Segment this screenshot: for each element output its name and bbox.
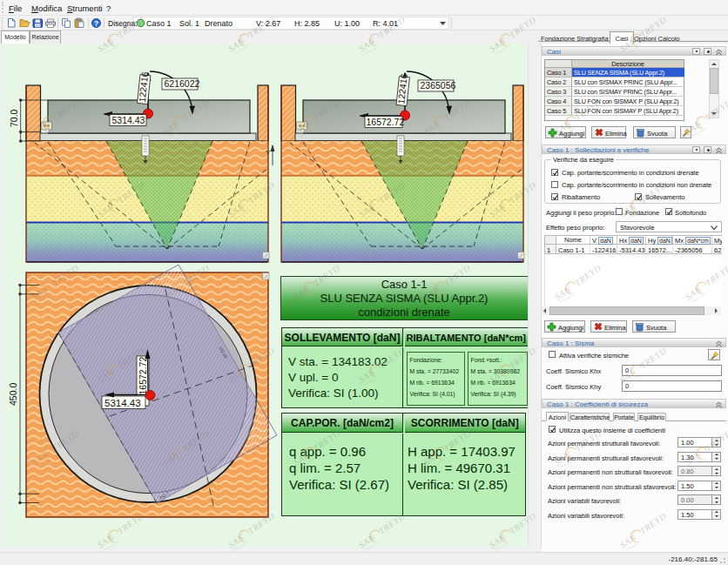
svg-text:16572.72: 16572.72 — [367, 117, 405, 127]
svg-text:16572.72: 16572.72 — [138, 357, 148, 395]
svg-text:Drenato: Drenato — [205, 19, 233, 28]
svg-text:U: 1.00: U: 1.00 — [334, 19, 360, 28]
svg-text:6216022: 6216022 — [165, 78, 200, 89]
svg-text:2365056: 2365056 — [421, 80, 456, 91]
svg-text:V: 2.67: V: 2.67 — [256, 19, 280, 28]
svg-text:5314.43: 5314.43 — [112, 115, 145, 125]
svg-text:Disegna:: Disegna: — [108, 19, 138, 28]
svg-text:Sol. 1: Sol. 1 — [179, 19, 199, 28]
svg-text:?: ? — [94, 19, 98, 28]
svg-text:70.0: 70.0 — [9, 109, 19, 127]
svg-text:Y: Y — [266, 149, 271, 157]
svg-text:450.0: 450.0 — [8, 383, 18, 406]
svg-text:R: 4.01: R: 4.01 — [373, 19, 398, 28]
svg-text:Caso 1: Caso 1 — [146, 19, 172, 28]
svg-text:5314.43: 5314.43 — [104, 398, 141, 408]
svg-text:H: 2.85: H: 2.85 — [294, 19, 320, 28]
